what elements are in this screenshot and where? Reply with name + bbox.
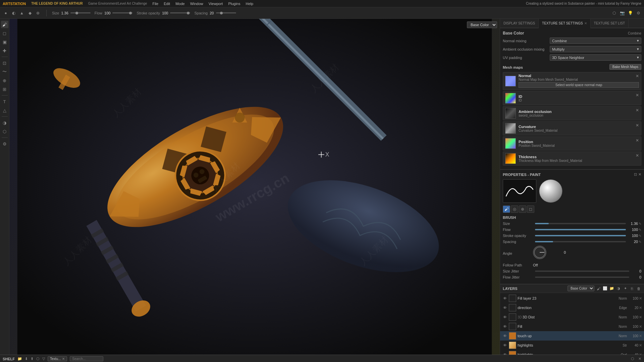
spacing-slider[interactable] <box>216 12 236 13</box>
eraser-tool[interactable]: ◻ <box>1 29 8 37</box>
layer-close-highlights-str[interactable]: ✕ <box>639 343 642 348</box>
text-tool[interactable]: T <box>1 98 8 105</box>
shelf-expand-icon[interactable]: ⬡ <box>631 357 634 361</box>
angle-wheel[interactable] <box>533 246 546 259</box>
layers-channel-dropdown[interactable]: Base Color <box>568 286 594 291</box>
thickness-map-close[interactable]: ✕ <box>636 153 639 158</box>
fill-tool[interactable]: ▣ <box>1 38 8 46</box>
layer-3d-dist[interactable]: 👁 3D 3D Dist Norm 100 ✕ <box>500 312 644 322</box>
curvature-map-close[interactable]: ✕ <box>636 123 639 128</box>
light-icon[interactable]: 💡 <box>627 10 633 16</box>
layer-vis-highlights-str[interactable]: 👁 <box>502 343 507 348</box>
layer-fill[interactable]: 👁 Fill Norm 100 ✕ <box>500 322 644 331</box>
brush-size-slider[interactable] <box>535 223 626 224</box>
size-jitter-slider[interactable] <box>535 270 629 272</box>
shape-tool[interactable]: △ <box>1 107 8 114</box>
menu-mode[interactable]: Mode <box>175 2 185 6</box>
stroke-slider[interactable] <box>170 12 190 13</box>
layer-touch-up[interactable]: 👁 touch up Norm 100 ✕ <box>500 331 644 341</box>
layer-close-direction[interactable]: ✕ <box>639 306 642 310</box>
settings-icon[interactable]: ⚙ <box>635 10 641 16</box>
ao-map-close[interactable]: ✕ <box>636 108 639 113</box>
normal-map-close[interactable]: ✕ <box>636 74 639 78</box>
paint-brush-tool[interactable]: 🖌 <box>1 21 8 28</box>
layers-mask-icon[interactable]: ◑ <box>616 286 621 291</box>
layers-add-group-icon[interactable]: 📁 <box>609 286 614 291</box>
layer-fill-23[interactable]: 👁 Fill layer 23 Norm 100 ✕ <box>500 294 644 303</box>
shelf-folder-icon[interactable]: 📁 <box>17 357 22 361</box>
layer-highlights-ovrl[interactable]: 👁 highlights Ovrl 49 ✕ <box>500 350 644 355</box>
smudge-tool[interactable]: 〜 <box>1 68 8 75</box>
brush-flow-edit[interactable]: ✎ <box>639 228 641 232</box>
tab-texture-set-list[interactable]: TEXTURE SET LIST <box>591 19 629 28</box>
brush-stroke-slider[interactable] <box>535 235 626 236</box>
brush-spacing-slider[interactable] <box>535 241 626 242</box>
prop-close-icon[interactable]: ✕ <box>638 172 641 177</box>
brush-spacing-edit[interactable]: ✎ <box>639 240 641 244</box>
layer-vis-fill[interactable]: 👁 <box>502 324 507 329</box>
shelf-export-icon[interactable]: ⬆ <box>31 357 34 361</box>
preferences-tool[interactable]: ⚙ <box>1 140 8 147</box>
layer-vis-highlights-ovrl[interactable]: 👁 <box>502 352 507 355</box>
toolbar-icon-4[interactable]: ◆ <box>27 10 33 16</box>
layer-vis-touch-up[interactable]: 👁 <box>502 333 507 339</box>
brush-tab-paint[interactable]: 🖌 <box>503 205 510 213</box>
color-pick-tool[interactable]: ✚ <box>1 47 8 54</box>
layers-effect-icon[interactable]: ✦ <box>623 286 628 291</box>
toolbar-icon-3[interactable]: ▲ <box>19 10 25 16</box>
size-slider[interactable] <box>70 12 91 13</box>
menu-plugins[interactable]: Plugins <box>228 2 240 6</box>
layer-close-touch-up[interactable]: ✕ <box>639 334 642 338</box>
layer-close-highlights-ovrl[interactable]: ✕ <box>639 353 642 355</box>
clone-tool[interactable]: ⊕ <box>1 77 8 84</box>
select-tool[interactable]: ⊡ <box>1 59 8 67</box>
shelf-tab-close[interactable]: ✕ <box>62 357 65 361</box>
brush-tab-eraser[interactable]: ◻ <box>527 205 534 213</box>
layer-direction[interactable]: 👁 direction Edge 20 ✕ <box>500 303 644 312</box>
tab-texture-set-settings[interactable]: TEXTURE SET SETTINGS ✕ <box>539 19 591 28</box>
shelf-import-icon[interactable]: ⬇ <box>25 357 28 361</box>
toolbar-icon-2[interactable]: ◐ <box>11 10 17 16</box>
prop-expand-icon[interactable]: ⊡ <box>634 172 637 177</box>
uv-padding-dropdown[interactable]: 3D Space Neighbor ▾ <box>550 54 641 61</box>
shelf-filter-icon[interactable]: ▽ <box>42 357 45 361</box>
brush-size-edit[interactable]: ✎ <box>639 222 641 226</box>
id-map-close[interactable]: ✕ <box>636 93 639 98</box>
layer-vis-3d-dist[interactable]: 👁 <box>502 314 507 320</box>
layers-duplicate-icon[interactable]: ⎘ <box>629 286 635 291</box>
menu-help[interactable]: Help <box>246 2 253 6</box>
brush-stroke-edit[interactable]: ✎ <box>639 234 641 238</box>
texture-set-settings-close[interactable]: ✕ <box>584 21 587 25</box>
menu-window[interactable]: Window <box>190 2 203 6</box>
toolbar-icon-5[interactable]: ⊕ <box>35 10 41 16</box>
shelf-search-input[interactable] <box>70 356 103 361</box>
stamp-tool[interactable]: ⊞ <box>1 85 8 93</box>
layer-mask-tool[interactable]: ◑ <box>1 119 8 126</box>
layer-vis-direction[interactable]: 👁 <box>502 305 507 310</box>
flow-jitter-slider[interactable] <box>535 277 629 278</box>
shelf-active-tab[interactable]: Textu... ✕ <box>48 356 67 361</box>
bake-tool[interactable]: ⬡ <box>1 128 8 135</box>
flow-slider[interactable] <box>112 12 132 13</box>
layers-add-paint-icon[interactable]: 🖌 <box>596 286 601 291</box>
brush-flow-slider[interactable] <box>535 229 626 230</box>
layer-close-fill[interactable]: ✕ <box>639 324 642 329</box>
brush-tab-smudge[interactable]: ◎ <box>511 205 518 213</box>
bake-mesh-maps-button[interactable]: Bake Mesh Maps <box>609 64 641 70</box>
ao-mixing-dropdown[interactable]: Multiply ▾ <box>550 46 641 52</box>
menu-edit[interactable]: Edit <box>164 2 170 6</box>
layers-delete-icon[interactable]: 🗑 <box>636 286 641 291</box>
layer-highlights-str[interactable]: 👁 highlights Str 40 ✕ <box>500 341 644 350</box>
layer-close-3d-dist[interactable]: ✕ <box>639 315 642 319</box>
layers-add-fill-icon[interactable]: ⬜ <box>602 286 608 291</box>
camera-icon[interactable]: 📷 <box>619 10 625 16</box>
tab-display-settings[interactable]: DISPLAY SETTINGS <box>500 19 539 28</box>
toolbar-icon-1[interactable]: ● <box>3 10 9 16</box>
layer-close-fill-23[interactable]: ✕ <box>639 296 642 301</box>
position-map-close[interactable]: ✕ <box>636 138 639 143</box>
shelf-close-icon[interactable]: ✕ <box>638 357 641 361</box>
normal-mixing-dropdown[interactable]: Combine ▾ <box>550 38 641 44</box>
shelf-3d-icon[interactable]: ⬡ <box>36 357 40 361</box>
select-world-space-btn[interactable]: Select world space normal map <box>519 82 639 88</box>
brush-tab-clone[interactable]: ⊕ <box>519 205 526 213</box>
